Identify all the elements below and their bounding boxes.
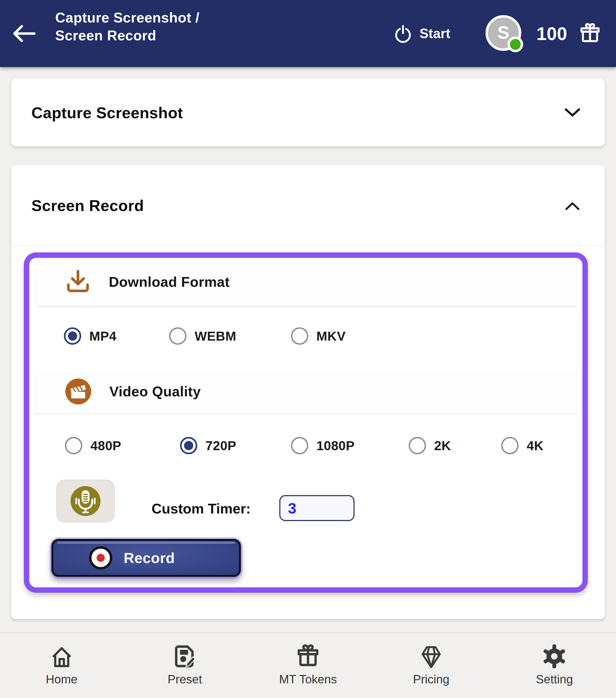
quality-label-4k: 4K xyxy=(527,438,544,453)
video-quality-title: Video Quality xyxy=(109,383,201,400)
screen-record-section: Screen Record Download Format MP4 xyxy=(11,165,605,619)
record-button[interactable]: Record xyxy=(52,539,241,577)
radio-1080p[interactable] xyxy=(291,437,308,454)
radio-mkv[interactable] xyxy=(291,327,308,345)
gear-icon xyxy=(541,643,567,669)
quality-label-480p: 480P xyxy=(91,438,121,453)
video-quality-header: Video Quality xyxy=(35,369,577,414)
capture-screenshot-section[interactable]: Capture Screenshot xyxy=(11,79,605,146)
avatar[interactable]: S xyxy=(485,15,521,51)
format-option-mp4[interactable]: MP4 xyxy=(64,326,117,346)
nav-item-home[interactable]: Home xyxy=(0,633,123,698)
quality-label-720p: 720P xyxy=(205,438,236,453)
quality-option-2k[interactable]: 2K xyxy=(409,436,451,455)
radio-mp4[interactable] xyxy=(64,327,81,345)
custom-timer-input[interactable] xyxy=(279,495,355,521)
radio-480p[interactable] xyxy=(65,437,82,454)
microphone-icon xyxy=(69,485,102,518)
page-title-line1: Capture Screenshot / xyxy=(55,9,200,27)
format-label-webm: WEBM xyxy=(195,329,236,344)
download-format-title: Download Format xyxy=(109,274,230,290)
nav-label-preset: Preset xyxy=(167,673,202,686)
home-icon xyxy=(49,643,75,669)
radio-4k[interactable] xyxy=(501,437,519,454)
online-status-dot xyxy=(507,37,523,52)
highlight-box: Download Format MP4 WEBM MKV xyxy=(24,252,588,593)
back-button[interactable] xyxy=(10,24,37,43)
format-label-mkv: MKV xyxy=(316,329,346,344)
preset-icon xyxy=(172,643,198,669)
format-option-webm[interactable]: WEBM xyxy=(169,326,236,346)
quality-option-720p[interactable]: 720P xyxy=(180,436,236,455)
power-icon xyxy=(393,24,413,44)
chevron-up-icon xyxy=(564,201,581,212)
format-label-mp4: MP4 xyxy=(89,329,117,344)
nav-label-home: Home xyxy=(46,673,78,686)
app-header: Capture Screenshot / Screen Record Start… xyxy=(0,0,616,67)
avatar-initial: S xyxy=(497,22,509,43)
screen-record-title: Screen Record xyxy=(31,196,144,214)
format-option-mkv[interactable]: MKV xyxy=(291,326,346,346)
rewards-button[interactable] xyxy=(579,22,601,45)
quality-option-1080p[interactable]: 1080P xyxy=(291,436,355,455)
clapperboard-icon xyxy=(65,378,92,405)
microphone-toggle-button[interactable] xyxy=(56,480,115,522)
radio-720p[interactable] xyxy=(180,437,197,454)
radio-webm[interactable] xyxy=(169,327,187,345)
record-dot-icon xyxy=(89,546,112,570)
quality-label-1080p: 1080P xyxy=(316,438,355,453)
page-title: Capture Screenshot / Screen Record xyxy=(55,9,200,44)
custom-timer-label: Custom Timer: xyxy=(152,501,251,517)
start-button[interactable]: Start xyxy=(393,0,450,67)
nav-item-pricing[interactable]: Pricing xyxy=(370,633,493,698)
record-button-label: Record xyxy=(124,549,175,566)
nav-item-setting[interactable]: Setting xyxy=(493,633,616,698)
token-count: 100 xyxy=(536,0,567,67)
capture-screenshot-title: Capture Screenshot xyxy=(31,103,183,122)
quality-option-480p[interactable]: 480P xyxy=(65,436,121,455)
radio-2k[interactable] xyxy=(409,437,426,454)
app-root: Capture Screenshot / Screen Record Start… xyxy=(0,0,616,698)
quality-option-4k[interactable]: 4K xyxy=(501,436,544,455)
chevron-down-icon xyxy=(564,107,581,118)
nav-label-setting: Setting xyxy=(536,673,573,686)
nav-item-mt-tokens[interactable]: MT Tokens xyxy=(246,633,369,698)
screen-record-header[interactable]: Screen Record xyxy=(11,165,605,246)
gift-icon xyxy=(295,643,321,669)
nav-label-pricing: Pricing xyxy=(413,673,450,686)
bottom-nav: Home Preset MT Tokens xyxy=(0,632,616,698)
diamond-icon xyxy=(418,643,444,669)
gift-icon xyxy=(579,22,601,45)
download-format-header: Download Format xyxy=(35,258,577,307)
nav-label-mt-tokens: MT Tokens xyxy=(279,673,337,686)
quality-label-2k: 2K xyxy=(434,438,451,453)
start-button-label: Start xyxy=(420,26,450,41)
nav-item-preset[interactable]: Preset xyxy=(123,633,246,698)
back-arrow-icon xyxy=(10,24,37,43)
page-title-line2: Screen Record xyxy=(55,27,200,44)
download-icon xyxy=(65,268,92,295)
